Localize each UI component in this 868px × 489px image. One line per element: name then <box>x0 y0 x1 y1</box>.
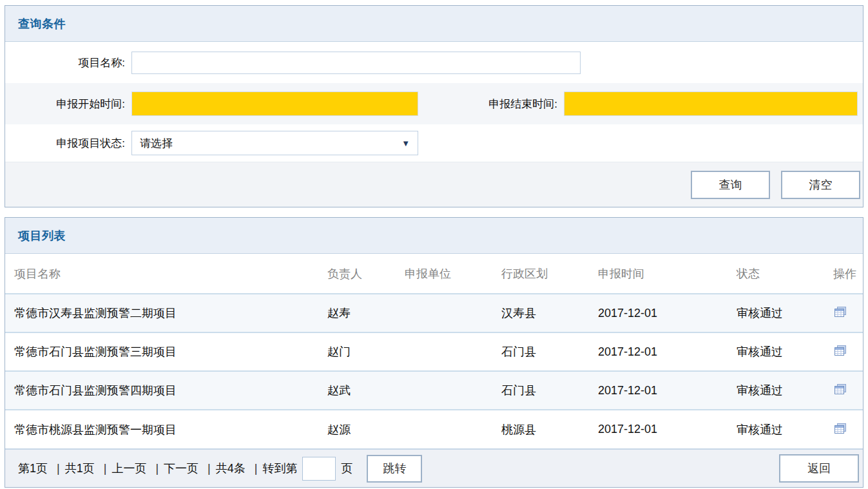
goto-page-input[interactable] <box>302 457 336 481</box>
query-panel-title: 查询条件 <box>18 16 66 32</box>
table-icon <box>834 307 847 318</box>
total-items-label: 共4条 <box>216 461 246 476</box>
project-list-panel: 项目列表 项目名称 负责人 申报单位 行政区划 申报时间 状态 操作 常德市汉寿… <box>5 217 863 488</box>
cell-owner: 赵源 <box>318 410 396 448</box>
cell-op <box>824 410 863 448</box>
view-details-button[interactable] <box>833 344 848 358</box>
start-time-input[interactable] <box>131 91 418 116</box>
pagination-separator: | <box>104 462 107 475</box>
status-select[interactable]: 请选择 ▼ <box>131 131 418 155</box>
project-table: 项目名称 负责人 申报单位 行政区划 申报时间 状态 操作 常德市汉寿县监测预警… <box>5 254 863 448</box>
cell-unit <box>396 332 492 371</box>
table-icon <box>834 423 847 434</box>
col-header-owner: 负责人 <box>318 254 396 294</box>
cell-date: 2017-12-01 <box>589 332 728 371</box>
pagination-bar: 第1页 | 共1页 | 上一页 | 下一页 | 共4条 | 转到第 页 跳转 返… <box>5 448 863 487</box>
table-row: 常德市石门县监测预警三期项目赵门石门县2017-12-01审核通过 <box>5 332 863 371</box>
end-time-label: 申报结束时间: <box>418 97 564 111</box>
cell-name: 常德市汉寿县监测预警二期项目 <box>5 294 318 332</box>
query-panel-header: 查询条件 <box>5 6 863 42</box>
cell-unit <box>396 410 492 448</box>
pagination-separator: | <box>57 462 60 475</box>
cell-unit <box>396 294 492 332</box>
table-row: 常德市桃源县监测预警一期项目赵源桃源县2017-12-01审核通过 <box>5 410 863 448</box>
cell-name: 常德市石门县监测预警四期项目 <box>5 371 318 410</box>
cell-status: 审核通过 <box>728 332 824 371</box>
cell-date: 2017-12-01 <box>589 410 728 448</box>
col-header-region: 行政区划 <box>492 254 589 294</box>
col-header-op: 操作 <box>824 254 863 294</box>
col-header-status: 状态 <box>728 254 824 294</box>
cell-status: 审核通过 <box>728 294 824 332</box>
total-pages-label: 共1页 <box>65 461 95 476</box>
cell-date: 2017-12-01 <box>589 371 728 410</box>
cell-status: 审核通过 <box>728 371 824 410</box>
jump-button[interactable]: 跳转 <box>367 455 422 483</box>
view-details-button[interactable] <box>833 383 848 396</box>
project-name-label: 项目名称: <box>5 55 131 70</box>
cell-date: 2017-12-01 <box>589 294 728 332</box>
goto-page-prefix: 转到第 <box>262 461 297 476</box>
query-panel: 查询条件 项目名称: 申报开始时间: 申报结束时间: 申报项目状态: 请选择 ▼… <box>5 5 863 207</box>
cell-unit <box>396 371 492 410</box>
col-header-unit: 申报单位 <box>396 254 492 294</box>
cell-status: 审核通过 <box>728 410 824 448</box>
project-name-input[interactable] <box>131 52 581 74</box>
table-body: 常德市汉寿县监测预警二期项目赵寿汉寿县2017-12-01审核通过常德市石门县监… <box>5 294 863 448</box>
end-time-input[interactable] <box>564 91 858 116</box>
cell-name: 常德市石门县监测预警三期项目 <box>5 332 318 371</box>
cell-owner: 赵武 <box>318 371 396 410</box>
date-range-row: 申报开始时间: 申报结束时间: <box>5 83 863 124</box>
cell-owner: 赵寿 <box>318 294 396 332</box>
list-panel-title: 项目列表 <box>18 228 66 244</box>
chevron-down-icon: ▼ <box>401 139 410 148</box>
start-time-label: 申报开始时间: <box>5 97 131 111</box>
cell-op <box>824 294 863 332</box>
cell-owner: 赵门 <box>318 332 396 371</box>
cell-op <box>824 371 863 410</box>
cell-region: 石门县 <box>492 371 589 410</box>
cell-name: 常德市桃源县监测预警一期项目 <box>5 410 318 448</box>
pagination-separator: | <box>155 462 159 475</box>
status-row: 申报项目状态: 请选择 ▼ <box>5 124 863 162</box>
status-label: 申报项目状态: <box>5 136 131 151</box>
status-select-value: 请选择 <box>140 136 401 151</box>
goto-page-suffix: 页 <box>341 461 352 476</box>
table-header-row: 项目名称 负责人 申报单位 行政区划 申报时间 状态 操作 <box>5 254 863 294</box>
view-details-button[interactable] <box>833 422 848 436</box>
next-page-link[interactable]: 下一页 <box>164 461 198 476</box>
table-icon <box>834 384 847 395</box>
search-button[interactable]: 查询 <box>691 171 770 199</box>
cell-region: 桃源县 <box>492 410 589 448</box>
table-row: 常德市汉寿县监测预警二期项目赵寿汉寿县2017-12-01审核通过 <box>5 294 863 332</box>
view-details-button[interactable] <box>833 305 848 319</box>
project-name-row: 项目名称: <box>5 42 863 83</box>
table-row: 常德市石门县监测预警四期项目赵武石门县2017-12-01审核通过 <box>5 371 863 410</box>
cell-region: 石门县 <box>492 332 589 371</box>
col-header-date: 申报时间 <box>589 254 728 294</box>
cell-op <box>824 332 863 371</box>
back-button[interactable]: 返回 <box>779 454 859 483</box>
prev-page-link[interactable]: 上一页 <box>111 461 146 476</box>
list-panel-header: 项目列表 <box>5 218 863 254</box>
col-header-name: 项目名称 <box>5 254 318 294</box>
pagination-separator: | <box>255 462 258 475</box>
query-actions-row: 查询 清空 <box>5 162 863 207</box>
table-icon <box>834 345 847 356</box>
clear-button[interactable]: 清空 <box>781 171 860 199</box>
cell-region: 汉寿县 <box>492 294 589 332</box>
current-page-label: 第1页 <box>18 461 48 476</box>
pagination-separator: | <box>207 462 211 475</box>
